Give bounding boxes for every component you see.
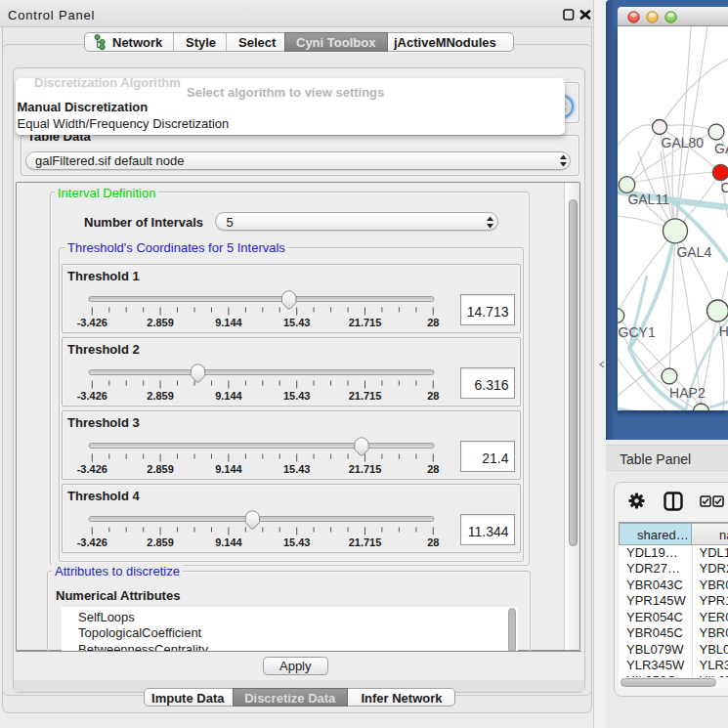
svg-text:-3.426: -3.426 (77, 463, 107, 475)
svg-text:2.859: 2.859 (147, 463, 174, 475)
svg-text:9.144: 9.144 (215, 317, 242, 328)
svg-text:GA: GA (714, 141, 728, 156)
svg-text:21.715: 21.715 (349, 536, 382, 548)
svg-text:2.859: 2.859 (147, 390, 174, 402)
svg-text:9.144: 9.144 (215, 536, 242, 548)
svg-text:GAL11: GAL11 (627, 192, 669, 207)
svg-text:9.144: 9.144 (215, 463, 242, 475)
svg-text:-3.426: -3.426 (77, 317, 107, 328)
svg-text:GCY1: GCY1 (619, 324, 656, 340)
svg-text:28: 28 (427, 317, 439, 328)
svg-text:C: C (721, 180, 728, 195)
svg-text:-3.426: -3.426 (77, 536, 107, 548)
svg-text:15.43: 15.43 (283, 463, 311, 475)
svg-text:28: 28 (427, 463, 439, 475)
svg-text:21.715: 21.715 (349, 463, 382, 475)
svg-text:HAP2: HAP2 (669, 385, 706, 401)
svg-text:GAL80: GAL80 (662, 135, 705, 150)
svg-text:21.715: 21.715 (349, 317, 382, 328)
svg-text:28: 28 (427, 390, 439, 402)
svg-text:28: 28 (427, 536, 439, 548)
svg-text:2.859: 2.859 (147, 536, 174, 548)
svg-text:15.43: 15.43 (283, 390, 311, 402)
svg-text:GAL4: GAL4 (676, 244, 711, 260)
svg-text:21.715: 21.715 (349, 390, 382, 402)
svg-text:15.43: 15.43 (283, 536, 311, 548)
svg-text:-3.426: -3.426 (77, 390, 107, 402)
svg-text:2.859: 2.859 (147, 317, 174, 328)
svg-text:H: H (719, 323, 728, 339)
svg-text:9.144: 9.144 (215, 390, 242, 402)
svg-text:15.43: 15.43 (283, 317, 311, 328)
